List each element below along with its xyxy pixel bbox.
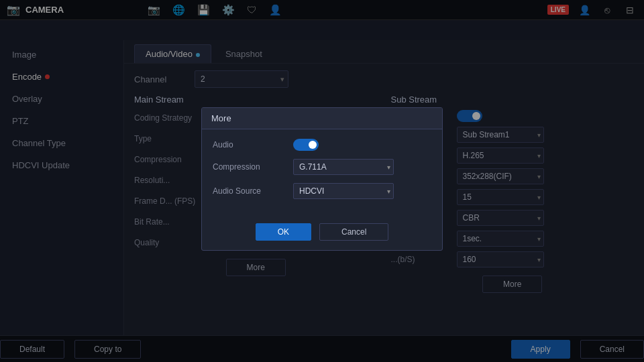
dialog-footer: OK Cancel xyxy=(202,217,442,250)
dialog-cancel-button[interactable]: Cancel xyxy=(319,223,388,241)
dialog-audio-row: Audio xyxy=(213,139,431,151)
dialog-compression-select[interactable]: G.711A G.711Mu AAC G.726 xyxy=(293,159,394,175)
dialog-ok-button[interactable]: OK xyxy=(256,223,311,241)
dialog-title: More xyxy=(202,108,442,129)
dialog-body: Audio Compression G.711A G.711Mu AAC G.7… xyxy=(202,129,442,217)
dialog-source-select[interactable]: HDCVI LineIn xyxy=(293,183,394,199)
dialog-source-label: Audio Source xyxy=(213,186,286,196)
dialog-compression-label: Compression xyxy=(213,162,286,172)
dialog-source-row: Audio Source HDCVI LineIn xyxy=(213,183,431,199)
dialog-audio-toggle[interactable] xyxy=(293,139,319,151)
dialog-audio-label: Audio xyxy=(213,140,286,149)
more-dialog: More Audio Compression G.711A G.711Mu AA… xyxy=(201,107,443,251)
dialog-overlay: More Audio Compression G.711A G.711Mu AA… xyxy=(0,0,644,362)
dialog-compression-row: Compression G.711A G.711Mu AAC G.726 xyxy=(213,159,431,175)
